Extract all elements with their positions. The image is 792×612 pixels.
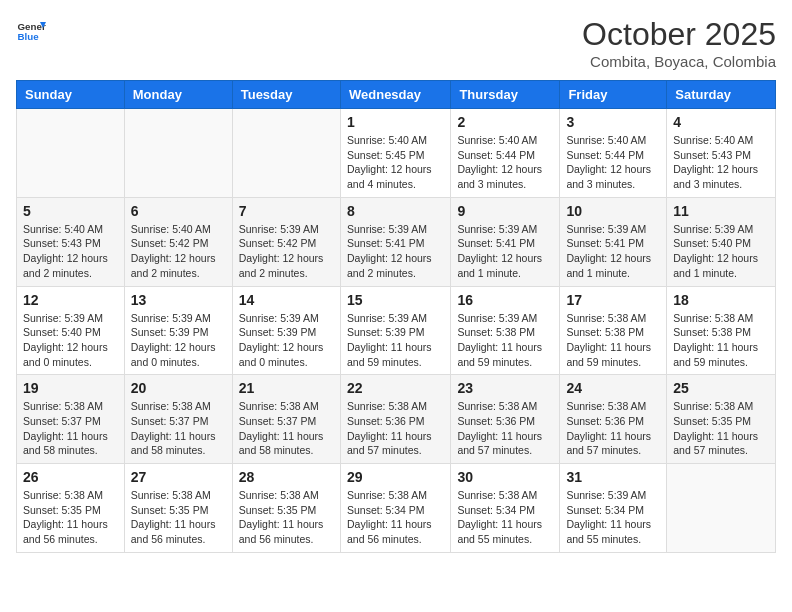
day-number: 13: [131, 292, 226, 308]
day-number: 28: [239, 469, 334, 485]
calendar-cell: 27Sunrise: 5:38 AM Sunset: 5:35 PM Dayli…: [124, 464, 232, 553]
day-number: 6: [131, 203, 226, 219]
day-info: Sunrise: 5:40 AM Sunset: 5:44 PM Dayligh…: [457, 133, 553, 192]
calendar-cell: 13Sunrise: 5:39 AM Sunset: 5:39 PM Dayli…: [124, 286, 232, 375]
calendar-cell: 11Sunrise: 5:39 AM Sunset: 5:40 PM Dayli…: [667, 197, 776, 286]
day-info: Sunrise: 5:39 AM Sunset: 5:41 PM Dayligh…: [566, 222, 660, 281]
calendar-cell: 5Sunrise: 5:40 AM Sunset: 5:43 PM Daylig…: [17, 197, 125, 286]
calendar-cell: 17Sunrise: 5:38 AM Sunset: 5:38 PM Dayli…: [560, 286, 667, 375]
calendar-week-5: 26Sunrise: 5:38 AM Sunset: 5:35 PM Dayli…: [17, 464, 776, 553]
day-number: 9: [457, 203, 553, 219]
logo: General Blue: [16, 16, 46, 46]
calendar-cell: 31Sunrise: 5:39 AM Sunset: 5:34 PM Dayli…: [560, 464, 667, 553]
day-info: Sunrise: 5:39 AM Sunset: 5:39 PM Dayligh…: [239, 311, 334, 370]
day-info: Sunrise: 5:39 AM Sunset: 5:34 PM Dayligh…: [566, 488, 660, 547]
day-number: 21: [239, 380, 334, 396]
day-number: 27: [131, 469, 226, 485]
calendar-cell: 25Sunrise: 5:38 AM Sunset: 5:35 PM Dayli…: [667, 375, 776, 464]
day-number: 19: [23, 380, 118, 396]
calendar-cell: 10Sunrise: 5:39 AM Sunset: 5:41 PM Dayli…: [560, 197, 667, 286]
day-number: 5: [23, 203, 118, 219]
calendar-cell: 9Sunrise: 5:39 AM Sunset: 5:41 PM Daylig…: [451, 197, 560, 286]
day-info: Sunrise: 5:38 AM Sunset: 5:37 PM Dayligh…: [23, 399, 118, 458]
month-year: October 2025: [582, 16, 776, 53]
day-info: Sunrise: 5:39 AM Sunset: 5:41 PM Dayligh…: [457, 222, 553, 281]
day-info: Sunrise: 5:38 AM Sunset: 5:36 PM Dayligh…: [457, 399, 553, 458]
calendar-week-4: 19Sunrise: 5:38 AM Sunset: 5:37 PM Dayli…: [17, 375, 776, 464]
calendar-cell: 12Sunrise: 5:39 AM Sunset: 5:40 PM Dayli…: [17, 286, 125, 375]
calendar-cell: 29Sunrise: 5:38 AM Sunset: 5:34 PM Dayli…: [340, 464, 450, 553]
calendar-cell: 7Sunrise: 5:39 AM Sunset: 5:42 PM Daylig…: [232, 197, 340, 286]
day-info: Sunrise: 5:39 AM Sunset: 5:39 PM Dayligh…: [131, 311, 226, 370]
weekday-header-friday: Friday: [560, 81, 667, 109]
day-info: Sunrise: 5:39 AM Sunset: 5:40 PM Dayligh…: [23, 311, 118, 370]
day-number: 12: [23, 292, 118, 308]
day-info: Sunrise: 5:39 AM Sunset: 5:40 PM Dayligh…: [673, 222, 769, 281]
day-number: 30: [457, 469, 553, 485]
calendar-table: SundayMondayTuesdayWednesdayThursdayFrid…: [16, 80, 776, 553]
day-number: 29: [347, 469, 444, 485]
day-number: 2: [457, 114, 553, 130]
day-number: 10: [566, 203, 660, 219]
day-info: Sunrise: 5:39 AM Sunset: 5:39 PM Dayligh…: [347, 311, 444, 370]
day-number: 1: [347, 114, 444, 130]
calendar-cell: 21Sunrise: 5:38 AM Sunset: 5:37 PM Dayli…: [232, 375, 340, 464]
day-info: Sunrise: 5:40 AM Sunset: 5:44 PM Dayligh…: [566, 133, 660, 192]
day-number: 7: [239, 203, 334, 219]
day-info: Sunrise: 5:40 AM Sunset: 5:43 PM Dayligh…: [673, 133, 769, 192]
weekday-header-saturday: Saturday: [667, 81, 776, 109]
calendar-week-1: 1Sunrise: 5:40 AM Sunset: 5:45 PM Daylig…: [17, 109, 776, 198]
calendar-cell: 2Sunrise: 5:40 AM Sunset: 5:44 PM Daylig…: [451, 109, 560, 198]
day-info: Sunrise: 5:39 AM Sunset: 5:41 PM Dayligh…: [347, 222, 444, 281]
day-number: 18: [673, 292, 769, 308]
day-number: 11: [673, 203, 769, 219]
day-number: 25: [673, 380, 769, 396]
calendar-cell: 16Sunrise: 5:39 AM Sunset: 5:38 PM Dayli…: [451, 286, 560, 375]
weekday-header-wednesday: Wednesday: [340, 81, 450, 109]
calendar-cell: 1Sunrise: 5:40 AM Sunset: 5:45 PM Daylig…: [340, 109, 450, 198]
day-info: Sunrise: 5:38 AM Sunset: 5:36 PM Dayligh…: [566, 399, 660, 458]
calendar-cell: 8Sunrise: 5:39 AM Sunset: 5:41 PM Daylig…: [340, 197, 450, 286]
calendar-week-3: 12Sunrise: 5:39 AM Sunset: 5:40 PM Dayli…: [17, 286, 776, 375]
title-block: October 2025 Combita, Boyaca, Colombia: [582, 16, 776, 70]
location: Combita, Boyaca, Colombia: [582, 53, 776, 70]
day-info: Sunrise: 5:39 AM Sunset: 5:42 PM Dayligh…: [239, 222, 334, 281]
logo-icon: General Blue: [16, 16, 46, 46]
calendar-cell: 6Sunrise: 5:40 AM Sunset: 5:42 PM Daylig…: [124, 197, 232, 286]
calendar-cell: [667, 464, 776, 553]
day-info: Sunrise: 5:38 AM Sunset: 5:35 PM Dayligh…: [131, 488, 226, 547]
day-info: Sunrise: 5:38 AM Sunset: 5:37 PM Dayligh…: [131, 399, 226, 458]
day-number: 4: [673, 114, 769, 130]
calendar-cell: 30Sunrise: 5:38 AM Sunset: 5:34 PM Dayli…: [451, 464, 560, 553]
day-number: 16: [457, 292, 553, 308]
day-number: 22: [347, 380, 444, 396]
day-number: 8: [347, 203, 444, 219]
day-info: Sunrise: 5:38 AM Sunset: 5:35 PM Dayligh…: [673, 399, 769, 458]
day-number: 17: [566, 292, 660, 308]
day-number: 20: [131, 380, 226, 396]
calendar-cell: 18Sunrise: 5:38 AM Sunset: 5:38 PM Dayli…: [667, 286, 776, 375]
calendar-cell: 4Sunrise: 5:40 AM Sunset: 5:43 PM Daylig…: [667, 109, 776, 198]
day-info: Sunrise: 5:38 AM Sunset: 5:35 PM Dayligh…: [23, 488, 118, 547]
day-info: Sunrise: 5:38 AM Sunset: 5:34 PM Dayligh…: [457, 488, 553, 547]
weekday-header-monday: Monday: [124, 81, 232, 109]
day-info: Sunrise: 5:40 AM Sunset: 5:42 PM Dayligh…: [131, 222, 226, 281]
calendar-cell: [124, 109, 232, 198]
day-number: 14: [239, 292, 334, 308]
weekday-header-row: SundayMondayTuesdayWednesdayThursdayFrid…: [17, 81, 776, 109]
calendar-cell: 14Sunrise: 5:39 AM Sunset: 5:39 PM Dayli…: [232, 286, 340, 375]
calendar-cell: 3Sunrise: 5:40 AM Sunset: 5:44 PM Daylig…: [560, 109, 667, 198]
day-number: 26: [23, 469, 118, 485]
calendar-cell: 15Sunrise: 5:39 AM Sunset: 5:39 PM Dayli…: [340, 286, 450, 375]
day-info: Sunrise: 5:38 AM Sunset: 5:38 PM Dayligh…: [673, 311, 769, 370]
calendar-cell: 24Sunrise: 5:38 AM Sunset: 5:36 PM Dayli…: [560, 375, 667, 464]
day-number: 3: [566, 114, 660, 130]
calendar-cell: 20Sunrise: 5:38 AM Sunset: 5:37 PM Dayli…: [124, 375, 232, 464]
day-info: Sunrise: 5:38 AM Sunset: 5:36 PM Dayligh…: [347, 399, 444, 458]
day-number: 15: [347, 292, 444, 308]
day-info: Sunrise: 5:40 AM Sunset: 5:45 PM Dayligh…: [347, 133, 444, 192]
page-header: General Blue October 2025 Combita, Boyac…: [16, 16, 776, 70]
weekday-header-sunday: Sunday: [17, 81, 125, 109]
calendar-cell: 22Sunrise: 5:38 AM Sunset: 5:36 PM Dayli…: [340, 375, 450, 464]
day-info: Sunrise: 5:38 AM Sunset: 5:35 PM Dayligh…: [239, 488, 334, 547]
